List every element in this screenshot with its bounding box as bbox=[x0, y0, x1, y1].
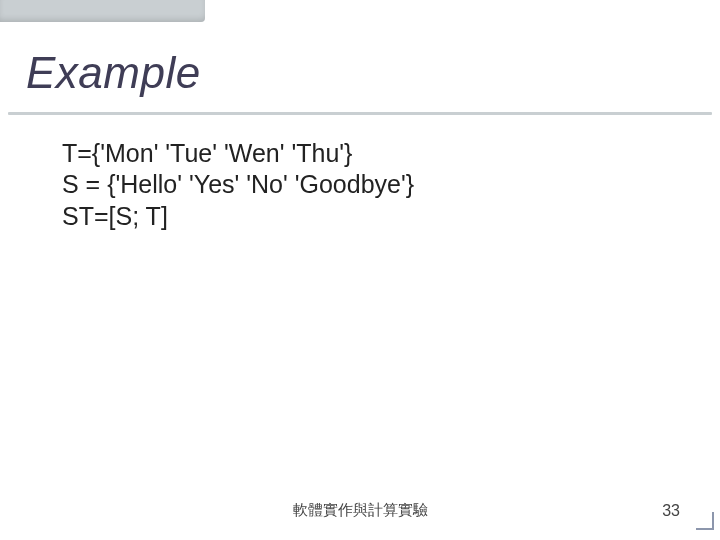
slide-title: Example bbox=[26, 48, 201, 98]
top-decorative-bar bbox=[0, 0, 205, 22]
code-line: T={'Mon' 'Tue' 'Wen' 'Thu'} bbox=[62, 138, 680, 169]
page-number: 33 bbox=[662, 502, 680, 520]
footer-text: 軟體實作與計算實驗 bbox=[0, 501, 720, 520]
code-line: S = {'Hello' 'Yes' 'No' 'Goodbye'} bbox=[62, 169, 680, 200]
slide-body: T={'Mon' 'Tue' 'Wen' 'Thu'} S = {'Hello'… bbox=[62, 138, 680, 232]
corner-accent-icon bbox=[694, 510, 714, 530]
title-underline bbox=[8, 112, 712, 115]
code-line: ST=[S; T] bbox=[62, 201, 680, 232]
